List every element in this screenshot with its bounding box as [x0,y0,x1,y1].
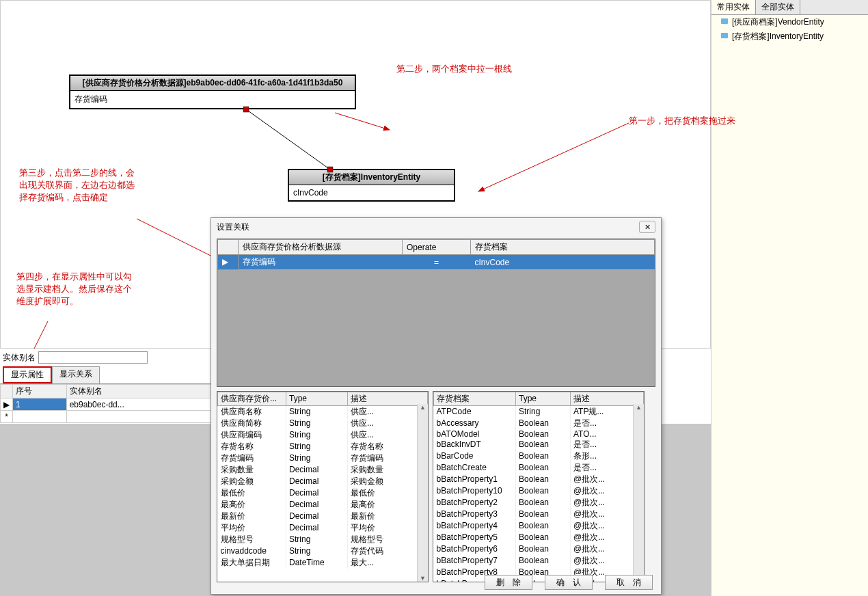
left-grid-row[interactable]: 供应商简称String供应... [218,418,428,429]
annotation-step3: 第三步，点击第二步的线，会出现关联界面，左边右边都选择存货编码，点击确定 [19,167,142,204]
entity-grid[interactable]: 序号 实体别名 ▶ 1 eb9ab0ec-dd... * [0,384,212,423]
left-grid-row[interactable]: 最新价Decimal最新价 [218,511,428,522]
rel-header-left[interactable]: 供应商存货价格分析数据源 [239,240,403,255]
ok-button[interactable]: 确 认 [545,575,593,590]
right-grid-scrollbar[interactable] [633,404,644,582]
left-grid-row[interactable]: 存货编码String存货编码 [218,452,428,464]
entity-inventory[interactable]: [存货档案]InventoryEntity cInvCode [288,169,455,202]
entity-inventory-title: [存货档案]InventoryEntity [289,170,454,185]
left-grid-row[interactable]: 规格型号String规格型号 [218,534,428,545]
right-grid-row[interactable]: bBatchProperty6Boolean@批次... [434,543,644,555]
rel-header-right[interactable]: 存货档案 [471,240,655,255]
dialog-title: 设置关联 [217,221,249,233]
right-grid-row[interactable]: bBatchProperty5Boolean@批次... [434,532,644,543]
right-grid-row[interactable]: bBackInvDTBoolean是否... [434,439,644,450]
lg-h1[interactable]: Type [286,392,348,405]
relation-grid[interactable]: 供应商存货价格分析数据源 Operate 存货档案 ▶ 存货编码 = cInvC… [217,239,655,387]
right-grid-row[interactable]: bAccessaryBoolean是否... [434,418,644,429]
rg-h1[interactable]: Type [516,392,571,405]
left-grid-row[interactable]: 供应商编码String供应... [218,429,428,441]
annotation-step4: 第四步，在显示属性中可以勾选显示建档人。然后保存这个维度扩展即可。 [16,271,139,308]
rel-header-op[interactable]: Operate [403,240,471,255]
lg-h0[interactable]: 供应商存货价... [218,392,286,405]
grid-row-marker: ▶ [1,398,13,411]
palette-tabs: 常用实体 全部实体 [711,0,868,15]
tab-show-properties[interactable]: 显示属性 [3,366,52,383]
annotation-step1: 第一步，把存货档案拖过来 [629,115,735,127]
delete-button[interactable]: 删 除 [485,575,532,590]
left-grid-row[interactable]: 供应商名称String供应... [218,405,428,418]
dialog-close-button[interactable]: ✕ [639,221,655,233]
left-grid-row[interactable]: 最低价Decimal最低价 [218,487,428,499]
right-grid-row[interactable]: bBatchCreateBoolean是否... [434,462,644,474]
grid-header-seq[interactable]: 序号 [13,385,67,398]
right-grid-row[interactable]: bBatchProperty4Boolean@批次... [434,520,644,532]
left-grid-row[interactable]: 平均价Decimal平均价 [218,522,428,534]
right-grid-row[interactable]: bBatchProperty3Boolean@批次... [434,509,644,520]
left-grid-scrollbar[interactable] [417,404,428,582]
entity-properties-panel: 实体别名 显示属性 显示关系 序号 实体别名 ▶ 1 eb9ab0ec-dd..… [0,349,212,423]
palette-item-inventory[interactable]: [存货档案]InventoryEntity [711,29,868,44]
right-grid-row[interactable]: ATPCodeStringATP规... [434,405,644,418]
rg-h0[interactable]: 存货档案 [434,392,516,405]
right-grid-row[interactable]: bBatchProperty7Boolean@批次... [434,555,644,567]
relation-dialog: 设置关联 ✕ 供应商存货价格分析数据源 Operate 存货档案 ▶ 存货编码 … [211,217,662,595]
entity-supplier-price-title: [供应商存货价格分析数据源]eb9ab0ec-dd06-41fc-a60a-1d… [70,76,355,91]
right-grid-row[interactable]: bBatchProperty2Boolean@批次... [434,497,644,509]
tab-common-entities[interactable]: 常用实体 [711,0,756,14]
lg-h2[interactable]: 描述 [348,392,428,405]
rel-row[interactable]: ▶ 存货编码 = cInvCode [218,255,655,270]
cancel-button[interactable]: 取 消 [605,575,653,590]
entity-inventory-field[interactable]: cInvCode [289,185,454,200]
left-grid-row[interactable]: 采购金额Decimal采购金额 [218,476,428,487]
right-property-grid[interactable]: 存货档案 Type 描述 ATPCodeStringATP规...bAccess… [433,391,645,582]
palette-item-vendor[interactable]: [供应商档案]VendorEntity [711,15,868,29]
left-grid-row[interactable]: 最高价Decimal最高价 [218,499,428,511]
grid-cell-alias[interactable]: eb9ab0ec-dd... [66,398,211,411]
left-grid-row[interactable]: 最大单据日期DateTime最大... [218,557,428,569]
left-grid-row[interactable]: 存货名称String存货名称 [218,441,428,452]
entity-palette: 常用实体 全部实体 [供应商档案]VendorEntity [存货档案]Inve… [711,0,868,596]
grid-cell-seq[interactable]: 1 [13,398,67,411]
rel-cell-op[interactable]: = [403,255,471,270]
rel-cell-right[interactable]: cInvCode [471,255,655,270]
tab-show-relations[interactable]: 显示关系 [52,366,100,383]
grid-new-row[interactable]: * [1,411,212,423]
grid-row-marker-header [1,385,13,398]
right-grid-row[interactable]: bATOModelBooleanATO... [434,429,644,439]
entity-supplier-price-field[interactable]: 存货编码 [70,91,355,108]
right-grid-row[interactable]: bBarCodeBoolean条形... [434,450,644,462]
annotation-step2: 第二步，两个档案中拉一根线 [396,63,519,75]
entity-supplier-price[interactable]: [供应商存货价格分析数据源]eb9ab0ec-dd06-41fc-a60a-1d… [69,74,356,109]
alias-label: 实体别名 [3,352,36,364]
right-grid-row[interactable]: bBatchProperty1Boolean@批次... [434,474,644,485]
grid-header-alias[interactable]: 实体别名 [66,385,211,398]
right-grid-row[interactable]: bBatchProperty10Boolean@批次... [434,485,644,497]
alias-input[interactable] [38,351,148,364]
left-property-grid[interactable]: 供应商存货价... Type 描述 供应商名称String供应...供应商简称S… [217,391,429,582]
tab-all-entities[interactable]: 全部实体 [756,0,800,14]
rel-row-marker: ▶ [218,255,239,270]
left-grid-row[interactable]: 采购数量Decimal采购数量 [218,464,428,476]
grid-row[interactable]: ▶ 1 eb9ab0ec-dd... [1,398,212,411]
left-grid-row[interactable]: cinvaddcodeString存货代码 [218,545,428,557]
rel-cell-left[interactable]: 存货编码 [239,255,403,270]
